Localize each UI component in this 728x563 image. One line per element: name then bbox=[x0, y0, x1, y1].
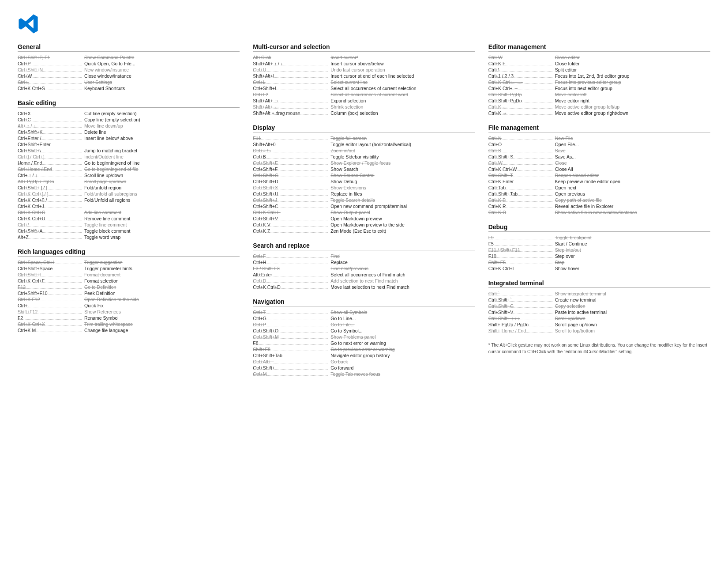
shortcut-row: Ctrl+Shift+CCopy selection bbox=[488, 303, 710, 309]
shortcut-key: F3 / Shift+F3 bbox=[253, 266, 328, 271]
shortcut-key: Ctrl+Shift+PgUp bbox=[488, 92, 552, 97]
shortcut-desc: User Settings bbox=[82, 79, 240, 85]
shortcut-key: Shift+Alt + drag mouse bbox=[253, 110, 328, 116]
shortcut-desc: Select all occurrences of Find match bbox=[328, 272, 475, 277]
shortcut-row: Ctrl+XCut line (empty selection) bbox=[18, 110, 240, 117]
shortcut-key: Ctrl+K Ctrl+J bbox=[18, 204, 82, 209]
shortcut-desc: Quick Open, Go to File... bbox=[82, 61, 240, 66]
shortcut-row: Ctrl+Shift+LSelect all occurrences of cu… bbox=[253, 85, 475, 91]
shortcut-key: Ctrl+W bbox=[488, 160, 552, 166]
shortcut-key: Ctrl+K Ctrl+← → bbox=[488, 79, 552, 85]
shortcut-desc: Paste into active terminal bbox=[552, 310, 710, 315]
shortcut-row: Ctrl+Shift+TabNavigate editor group hist… bbox=[253, 352, 475, 359]
shortcut-desc: Move last selection to next Find match bbox=[328, 284, 475, 290]
shortcut-desc: Start / Continue bbox=[552, 241, 710, 246]
shortcut-key: Ctrl+Shift+C bbox=[488, 303, 552, 309]
shortcut-desc: Save bbox=[552, 148, 710, 153]
shortcut-row: Shift+Alt+ →Expand selection bbox=[253, 98, 475, 104]
shortcut-row: Ctrl+Shift+TReopen closed editor bbox=[488, 172, 710, 178]
shortcut-row: Ctrl+UUndo last cursor operation bbox=[253, 67, 475, 73]
shortcut-row: Ctrl+K Ctrl+[ / ]Fold/unfold all subregi… bbox=[18, 191, 240, 197]
shortcut-key: Ctrl+Shift+N bbox=[18, 67, 82, 72]
shortcut-desc: Move line down/up bbox=[82, 123, 240, 128]
shortcut-key: F9 bbox=[488, 235, 552, 240]
shortcut-row: Shift+Alt+0Toggle editor layout (horizon… bbox=[253, 141, 475, 147]
shortcut-key: Ctrl+Shift+H bbox=[253, 191, 328, 196]
shortcut-desc: Close All bbox=[552, 166, 710, 172]
shortcut-key: Shift+Alt+ ↑ / ↓ bbox=[253, 61, 328, 66]
shortcut-row: Ctrl+K ZZen Mode (Esc Esc to exit) bbox=[253, 228, 475, 234]
shortcut-row: Ctrl+K Ctrl+FFormat selection bbox=[18, 278, 240, 284]
shortcut-desc: Close bbox=[552, 160, 710, 166]
shortcut-key: Ctrl+K Ctrl+D bbox=[253, 284, 328, 290]
shortcut-row: Ctrl+Shift+F10Peek Definition bbox=[18, 290, 240, 296]
shortcut-row: Ctrl+PQuick Open, Go to File... bbox=[18, 60, 240, 67]
shortcut-row: Ctrl+Shift+\Jump to matching bracket bbox=[18, 147, 240, 154]
shortcut-row: Ctrl+Shift+COpen new command prompt/term… bbox=[253, 203, 475, 209]
section-display: DisplayF11Toggle full screenShift+Alt+0T… bbox=[253, 124, 475, 234]
shortcut-row: Ctrl+K FClose folder bbox=[488, 60, 710, 67]
shortcut-desc: Reveal active file in Explorer bbox=[552, 204, 710, 209]
shortcut-key: Ctrl+, bbox=[18, 79, 82, 85]
page-header bbox=[18, 13, 710, 34]
column-2: Multi-cursor and selectionAlt+ClickInser… bbox=[253, 43, 475, 385]
section-basic-editing: Basic editingCtrl+XCut line (empty selec… bbox=[18, 99, 240, 240]
shortcut-row: Ctrl+OOpen File... bbox=[488, 141, 710, 147]
shortcut-row: Ctrl+CCopy line (empty selection) bbox=[18, 117, 240, 123]
shortcut-row: F9Toggle breakpoint bbox=[488, 234, 710, 241]
shortcut-desc: Close window/instance bbox=[82, 73, 240, 79]
shortcut-desc: Focus into previous editor group bbox=[552, 79, 710, 85]
shortcut-key: Ctrl+K Ctrl+W bbox=[488, 166, 552, 172]
shortcut-desc: Keyboard Shortcuts bbox=[82, 86, 240, 91]
shortcut-row: Alt+ClickInsert cursor* bbox=[253, 54, 475, 60]
shortcut-desc: Select all occurrences of current select… bbox=[328, 86, 475, 91]
shortcut-key: F10 bbox=[488, 253, 552, 259]
shortcut-desc: Insert line below/ above bbox=[82, 136, 240, 141]
shortcut-key: Ctrl+L bbox=[253, 79, 328, 85]
shortcut-desc: Peek Definition bbox=[82, 291, 240, 296]
section-title-integrated-terminal: Integrated terminal bbox=[488, 280, 710, 288]
shortcut-desc: Scroll page up/down bbox=[552, 322, 710, 327]
shortcut-key: Ctrl+Shift+V bbox=[253, 216, 328, 221]
shortcut-key: Ctrl+P bbox=[253, 322, 328, 327]
shortcut-desc: Open next bbox=[552, 185, 710, 190]
shortcut-desc: Zen Mode (Esc Esc to exit) bbox=[328, 228, 475, 234]
shortcut-desc: Toggle full screen bbox=[328, 136, 475, 141]
shortcut-desc: Show integrated terminal bbox=[552, 291, 710, 296]
shortcut-desc: Go to next error or warning bbox=[328, 340, 475, 346]
shortcut-key: Ctrl+Shift+T bbox=[488, 173, 552, 178]
shortcut-row: F11Toggle full screen bbox=[253, 135, 475, 141]
shortcut-row: Ctrl+Shift+ [ / ]Fold/unfold region bbox=[18, 185, 240, 191]
shortcut-desc: Go to File... bbox=[328, 322, 475, 327]
shortcut-key: Ctrl+= / - bbox=[253, 148, 328, 153]
shortcut-desc: Select current line bbox=[328, 79, 475, 85]
shortcut-desc: Step over bbox=[552, 253, 710, 259]
shortcut-key: Ctrl+K F12 bbox=[18, 297, 82, 302]
shortcut-desc: Show all Symbols bbox=[328, 310, 475, 315]
shortcut-key: Ctrl+F bbox=[253, 253, 328, 259]
shortcut-key: Ctrl+Shift+Tab bbox=[488, 191, 552, 196]
shortcut-desc: Scroll page up/down bbox=[82, 179, 240, 184]
shortcut-desc: Scroll line up/down bbox=[82, 173, 240, 178]
shortcut-key: Ctrl+P bbox=[18, 61, 82, 66]
shortcut-row: Ctrl+Space, Ctrl+ITrigger suggestion bbox=[18, 259, 240, 265]
shortcut-desc: Jump to matching bracket bbox=[82, 148, 240, 153]
shortcut-row: Ctrl+Shift+SSave As... bbox=[488, 154, 710, 160]
section-general: GeneralCtrl+Shift+P, F1Show Command Pale… bbox=[18, 43, 240, 91]
shortcut-row: Ctrl+Shift+Enter bbox=[18, 141, 240, 147]
shortcut-row: Shift+Alt+IInsert cursor at end of each … bbox=[253, 73, 475, 79]
shortcut-key: Ctrl+K P bbox=[488, 197, 552, 203]
shortcut-key: Ctrl+ ↑ / ↓ bbox=[18, 173, 82, 178]
shortcut-desc: Toggle breakpoint bbox=[552, 235, 710, 240]
shortcut-row: Alt+ ↑ / ↓Move line down/up bbox=[18, 123, 240, 129]
shortcut-desc: Rename Symbol bbox=[82, 315, 240, 321]
shortcut-key: Ctrl+K Ctrl+H bbox=[253, 210, 328, 215]
shortcut-row: Ctrl+PGo to File... bbox=[253, 321, 475, 328]
shortcut-row: Ctrl+Shift+P, F1Show Command Palette bbox=[18, 54, 240, 60]
shortcut-key: Ctrl+Shift+I bbox=[18, 272, 82, 277]
shortcut-desc: Find bbox=[328, 253, 475, 259]
shortcut-key: Ctrl+Enter / bbox=[18, 136, 82, 141]
shortcut-desc: Go to Definition bbox=[82, 284, 240, 290]
section-title-basic-editing: Basic editing bbox=[18, 99, 240, 108]
shortcut-desc: Show Search bbox=[328, 166, 475, 172]
